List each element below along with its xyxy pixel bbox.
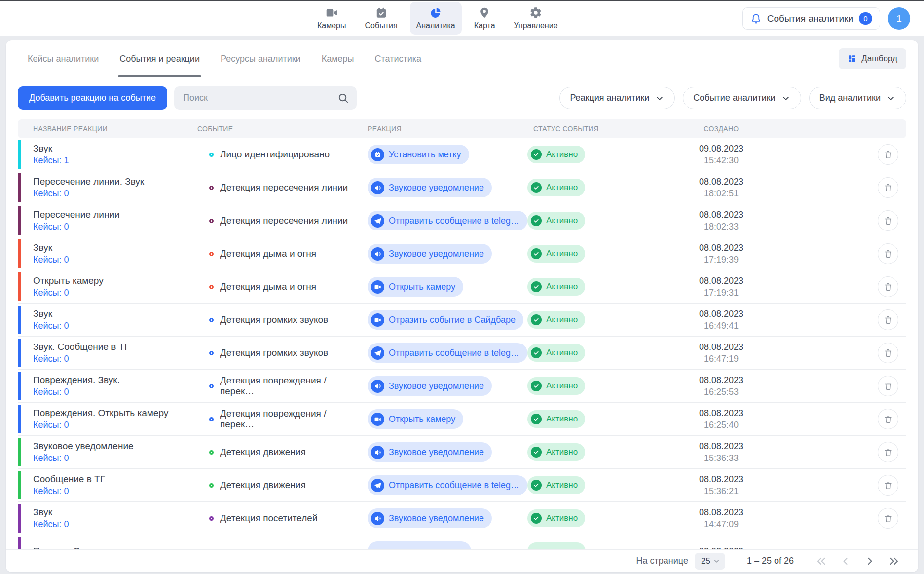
search-input[interactable]	[174, 86, 357, 110]
event-type-dot	[209, 351, 214, 355]
created-time: 16:49:41	[665, 320, 778, 332]
delete-button[interactable]	[878, 177, 898, 198]
column-header-event: СОБЫТИЕ	[193, 125, 363, 133]
nav-item-map[interactable]: Карта	[468, 2, 502, 35]
created-cell: 08.08.2023 17:19:31	[665, 275, 778, 299]
reaction-name: Повреждения. Открыть камеру	[33, 408, 193, 419]
reaction-cell: Открыть камеру	[363, 409, 523, 429]
status-label: Активно	[546, 315, 578, 325]
search-box	[174, 86, 357, 110]
cases-link[interactable]: Кейсы: 0	[33, 354, 193, 364]
reaction-chip[interactable]: Звуковое уведомление	[368, 508, 492, 528]
pagination-range: 1 – 25 of 26	[747, 556, 794, 566]
reaction-chip[interactable]: Звуковое уведомление	[368, 376, 492, 396]
delete-button[interactable]	[878, 276, 898, 297]
toolbar: Добавить реакцию на событие Реакция анал…	[6, 77, 918, 116]
event-type-dot	[209, 417, 214, 421]
cases-link[interactable]: Кейсы: 0	[33, 453, 193, 463]
add-reaction-button[interactable]: Добавить реакцию на событие	[18, 86, 167, 110]
per-page-select[interactable]: 25	[695, 553, 725, 570]
cases-link[interactable]: Кейсы: 0	[33, 486, 193, 497]
reaction-chip[interactable]: Установить метку	[368, 145, 469, 164]
tab-analytics-resources[interactable]: Ресурсы аналитики	[221, 40, 301, 77]
delete-button[interactable]	[878, 409, 898, 429]
cases-link[interactable]: Кейсы: 0	[33, 321, 193, 331]
next-page-button[interactable]	[864, 555, 876, 567]
dashboard-button-label: Дашборд	[861, 54, 897, 64]
cases-link[interactable]: Кейсы: 0	[33, 288, 193, 298]
analytics-events-button[interactable]: События аналитики 0	[742, 7, 880, 30]
delete-button[interactable]	[878, 442, 898, 462]
status-label: Активно	[546, 513, 578, 523]
check-icon	[531, 447, 542, 458]
filter-analytics-type[interactable]: Вид аналитики	[809, 87, 906, 109]
reaction-chip[interactable]: Отправить сообщение в teleg…	[368, 475, 527, 495]
created-date: 08.08.2023	[665, 209, 778, 221]
reaction-chip[interactable]: Отразить событие в Сайдбаре	[368, 310, 523, 330]
delete-button[interactable]	[878, 243, 898, 264]
event-label: Детекция посетителей	[220, 513, 318, 524]
delete-cell	[878, 475, 906, 496]
filter-analytics-event[interactable]: Событие аналитики	[683, 87, 801, 109]
cases-link[interactable]: Кейсы: 1	[33, 155, 193, 166]
cases-link[interactable]: Кейсы: 0	[33, 189, 193, 199]
reaction-chip[interactable]: Отправить сообщение в teleg…	[368, 211, 527, 230]
first-page-button[interactable]	[815, 555, 827, 567]
reaction-chip[interactable]: Отправить сообщение в teleg…	[368, 343, 527, 363]
check-icon	[531, 347, 542, 358]
reaction-chip[interactable]: Звуковое уведомление	[368, 442, 492, 462]
last-page-button[interactable]	[888, 555, 900, 567]
cases-link[interactable]: Кейсы: 0	[33, 222, 193, 232]
reaction-chip[interactable]: Открыть камеру	[368, 277, 463, 297]
tab-statistics[interactable]: Статистика	[375, 40, 422, 77]
tabs: Кейсы аналитики События и реакции Ресурс…	[18, 40, 421, 77]
delete-button[interactable]	[878, 508, 898, 529]
created-cell: 08.08.2023 16:47:19	[665, 341, 778, 365]
delete-cell	[878, 276, 906, 297]
user-avatar[interactable]: 1	[888, 7, 910, 30]
table-row: Открыть камеру Кейсы: 0 Детекция дыма и …	[18, 270, 906, 304]
name-cell: Звук Кейсы: 1	[21, 143, 193, 166]
reaction-cell: Звуковое уведомление	[363, 508, 523, 528]
cases-link[interactable]: Кейсы: 0	[33, 519, 193, 530]
tab-events-and-reactions[interactable]: События и реакции	[119, 40, 200, 77]
name-cell: Пересечение линии. Звук Кейсы: 0	[21, 176, 193, 199]
tab-cameras[interactable]: Камеры	[322, 40, 354, 77]
nav-item-events[interactable]: События	[359, 2, 404, 35]
reaction-chip[interactable]: Звуковое уведомление	[368, 178, 492, 197]
gear-icon	[529, 6, 542, 19]
filter-analytics-reaction[interactable]: Реакция аналитики	[559, 87, 675, 109]
event-cell: Лицо идентифицировано	[193, 149, 363, 160]
reaction-cell: Установить метку	[363, 145, 523, 164]
created-cell: 08.08.2023 16:25:53	[665, 374, 778, 398]
delete-button[interactable]	[878, 376, 898, 396]
event-cell: Детекция дыма и огня	[193, 248, 363, 259]
status-label: Активно	[546, 348, 578, 358]
delete-cell	[878, 309, 906, 330]
prev-page-button[interactable]	[840, 555, 851, 567]
created-cell: 08.08.2023 18:02:51	[665, 176, 778, 200]
event-label: Детекция пересечения линии	[220, 215, 348, 226]
created-date: 08.08.2023	[665, 407, 778, 419]
created-cell: 08.08.2023 16:25:40	[665, 407, 778, 431]
reaction-chip[interactable]: Открыть камеру	[368, 409, 463, 429]
delete-button[interactable]	[878, 475, 898, 496]
tab-analytics-cases[interactable]: Кейсы аналитики	[28, 40, 99, 77]
delete-cell	[878, 442, 906, 462]
dashboard-button[interactable]: Дашборд	[839, 48, 906, 69]
pager	[815, 555, 900, 567]
event-label: Детекция пересечения линии	[220, 182, 348, 193]
delete-button[interactable]	[878, 210, 898, 231]
cases-link[interactable]: Кейсы: 0	[33, 420, 193, 430]
cases-link[interactable]: Кейсы: 0	[33, 387, 193, 397]
reaction-chip[interactable]: Звуковое уведомление	[368, 244, 492, 264]
cases-link[interactable]: Кейсы: 0	[33, 255, 193, 265]
delete-button[interactable]	[878, 343, 898, 363]
delete-button[interactable]	[878, 144, 898, 165]
nav-item-management[interactable]: Управление	[508, 2, 564, 35]
name-cell: Звук Кейсы: 0	[21, 242, 193, 265]
status-cell: Активно	[523, 179, 665, 196]
nav-item-cameras[interactable]: Камеры	[311, 2, 353, 35]
delete-button[interactable]	[878, 309, 898, 330]
nav-item-analytics[interactable]: Аналитика	[410, 2, 462, 35]
